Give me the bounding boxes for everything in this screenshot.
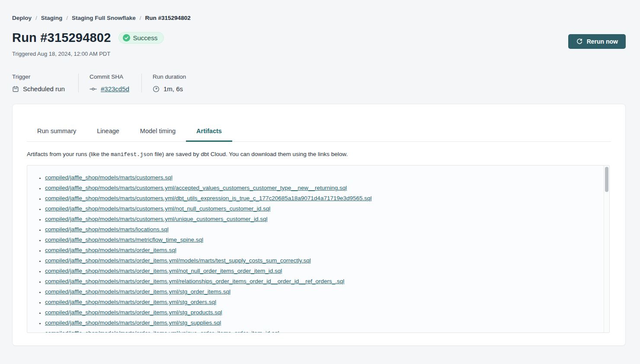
meta-trigger: Trigger Scheduled run — [12, 73, 78, 93]
title-block: Run #315294802 Success Triggered Aug 18,… — [12, 31, 164, 57]
page-header: Run #315294802 Success Triggered Aug 18,… — [12, 31, 626, 57]
breadcrumb-separator: / — [35, 15, 37, 21]
artifact-file-link[interactable]: compiled/jaffle_shop/models/marts/custom… — [45, 216, 267, 222]
tab-bar: Run summary Lineage Model timing Artifac… — [27, 123, 611, 142]
breadcrumb-separator: / — [66, 15, 68, 21]
artifact-list-item: compiled/jaffle_shop/models/marts/custom… — [45, 193, 601, 204]
artifact-list-item: compiled/jaffle_shop/models/marts/metric… — [45, 235, 601, 245]
artifact-list-item: compiled/jaffle_shop/models/marts/order_… — [45, 328, 601, 333]
breadcrumb-staging[interactable]: Staging — [41, 15, 63, 21]
breadcrumb-separator: / — [140, 15, 141, 21]
artifact-list-item: compiled/jaffle_shop/models/marts/order_… — [45, 245, 601, 255]
artifact-file-link[interactable]: compiled/jaffle_shop/models/marts/custom… — [45, 174, 173, 181]
status-badge-label: Success — [133, 34, 158, 42]
calendar-icon — [12, 86, 19, 93]
artifact-file-link[interactable]: compiled/jaffle_shop/models/marts/custom… — [45, 205, 270, 212]
artifact-file-link[interactable]: compiled/jaffle_shop/models/marts/metric… — [45, 236, 203, 243]
meta-duration-label: Run duration — [153, 73, 186, 80]
artifact-file-link[interactable]: compiled/jaffle_shop/models/marts/order_… — [45, 278, 344, 284]
artifact-list-item: compiled/jaffle_shop/models/marts/locati… — [45, 224, 601, 235]
artifacts-description-suffix: file) are saved by dbt Cloud. You can do… — [153, 151, 348, 157]
artifact-file-list-container: compiled/jaffle_shop/models/marts/custom… — [27, 165, 610, 333]
meta-duration-value: 1m, 6s — [163, 85, 183, 93]
run-meta-row: Trigger Scheduled run Commit SHA — [12, 73, 626, 93]
artifact-list-item: compiled/jaffle_shop/models/marts/order_… — [45, 307, 601, 318]
artifact-file-link[interactable]: compiled/jaffle_shop/models/marts/locati… — [45, 226, 169, 233]
tab-model-timing[interactable]: Model timing — [130, 123, 186, 141]
artifact-file-link[interactable]: compiled/jaffle_shop/models/marts/order_… — [45, 299, 216, 305]
meta-trigger-label: Trigger — [12, 73, 68, 80]
artifact-list-item: compiled/jaffle_shop/models/marts/custom… — [45, 204, 601, 214]
triggered-timestamp: Triggered Aug 18, 2024, 12:00 AM PDT — [12, 51, 164, 57]
manifest-filename-code: manifest.json — [111, 152, 153, 158]
breadcrumb-current-run: Run #315294802 — [145, 15, 191, 21]
artifact-file-link[interactable]: compiled/jaffle_shop/models/marts/custom… — [45, 185, 347, 191]
artifact-file-link[interactable]: compiled/jaffle_shop/models/marts/order_… — [45, 330, 279, 333]
clock-icon — [153, 86, 160, 93]
scrollbar-thumb[interactable] — [605, 167, 608, 192]
breadcrumb: Deploy / Staging / Staging Full Snowflak… — [12, 15, 626, 21]
artifact-file-link[interactable]: compiled/jaffle_shop/models/marts/order_… — [45, 268, 282, 274]
artifact-file-link[interactable]: compiled/jaffle_shop/models/marts/order_… — [45, 319, 221, 326]
page-title: Run #315294802 — [12, 31, 111, 45]
check-circle-icon — [123, 34, 130, 42]
artifact-list-item: compiled/jaffle_shop/models/marts/order_… — [45, 318, 601, 328]
artifact-list-item: compiled/jaffle_shop/models/marts/order_… — [45, 276, 601, 287]
artifact-list-item: compiled/jaffle_shop/models/marts/order_… — [45, 255, 601, 266]
meta-duration: Run duration 1m, 6s — [141, 73, 196, 93]
artifact-file-link[interactable]: compiled/jaffle_shop/models/marts/order_… — [45, 309, 222, 316]
scrollbar-track[interactable] — [604, 166, 609, 332]
artifacts-description: Artifacts from your runs (like the manif… — [27, 151, 611, 158]
run-detail-card: Run summary Lineage Model timing Artifac… — [12, 104, 626, 346]
commit-icon — [90, 86, 97, 93]
refresh-icon — [576, 38, 583, 45]
status-badge: Success — [118, 32, 164, 44]
run-detail-page: Deploy / Staging / Staging Full Snowflak… — [0, 0, 640, 346]
artifact-file-link[interactable]: compiled/jaffle_shop/models/marts/order_… — [45, 247, 176, 253]
breadcrumb-job[interactable]: Staging Full Snowflake — [72, 15, 136, 21]
meta-trigger-value: Scheduled run — [23, 85, 65, 93]
artifact-list-item: compiled/jaffle_shop/models/marts/custom… — [45, 214, 601, 224]
commit-sha-link[interactable]: #323cd5d — [101, 85, 129, 93]
artifact-list-item: compiled/jaffle_shop/models/marts/order_… — [45, 287, 601, 297]
meta-commit: Commit SHA #323cd5d — [78, 73, 141, 93]
artifact-file-list: compiled/jaffle_shop/models/marts/custom… — [27, 166, 609, 333]
artifact-list-item: compiled/jaffle_shop/models/marts/order_… — [45, 297, 601, 307]
rerun-now-button[interactable]: Rerun now — [568, 34, 626, 49]
breadcrumb-deploy[interactable]: Deploy — [12, 15, 32, 21]
tab-run-summary[interactable]: Run summary — [27, 123, 86, 141]
artifact-file-link[interactable]: compiled/jaffle_shop/models/marts/custom… — [45, 195, 372, 201]
artifact-list-item: compiled/jaffle_shop/models/marts/order_… — [45, 266, 601, 276]
meta-commit-label: Commit SHA — [90, 73, 131, 80]
artifact-file-link[interactable]: compiled/jaffle_shop/models/marts/order_… — [45, 288, 230, 295]
artifact-list-item: compiled/jaffle_shop/models/marts/custom… — [45, 183, 601, 193]
artifact-list-item: compiled/jaffle_shop/models/marts/custom… — [45, 172, 601, 183]
rerun-now-label: Rerun now — [587, 38, 618, 45]
tab-lineage[interactable]: Lineage — [86, 123, 130, 141]
tab-artifacts[interactable]: Artifacts — [186, 123, 232, 141]
artifact-file-link[interactable]: compiled/jaffle_shop/models/marts/order_… — [45, 257, 311, 264]
artifacts-description-prefix: Artifacts from your runs (like the — [27, 151, 111, 157]
